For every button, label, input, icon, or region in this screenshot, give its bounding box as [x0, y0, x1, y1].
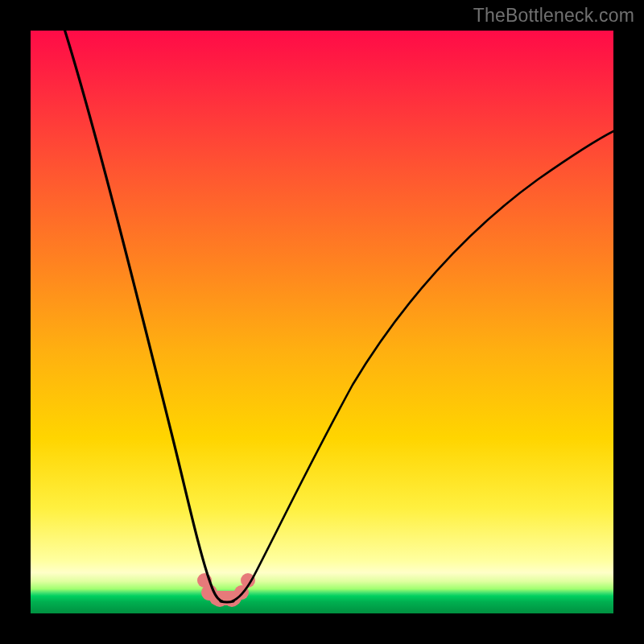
curve-left-branch — [64, 29, 222, 601]
curve-valley-bottom — [221, 601, 233, 602]
curve-right-branch — [232, 130, 615, 601]
plot-area — [31, 31, 613, 613]
chart-frame: TheBottleneck.com — [0, 0, 644, 644]
curve-svg — [31, 31, 613, 613]
watermark-label: TheBottleneck.com — [473, 5, 634, 27]
